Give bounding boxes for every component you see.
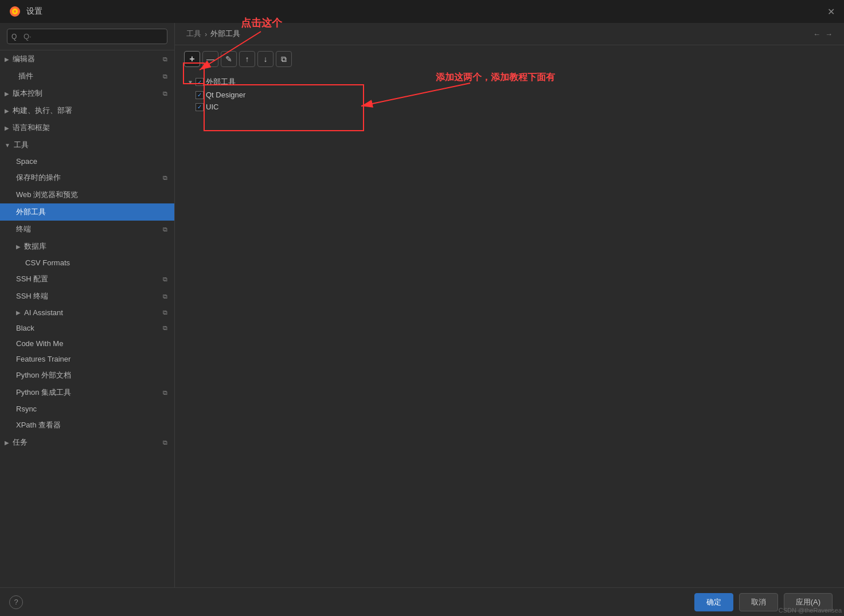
sidebar-item-code-with-me[interactable]: Code With Me — [0, 336, 174, 351]
sidebar-item-tasks[interactable]: 任务 ⧉ — [0, 434, 174, 451]
sidebar-label-vcs: 版本控制 — [13, 88, 42, 99]
sidebar-label-database: 数据库 — [24, 241, 46, 252]
copy-icon: ⧉ — [163, 90, 167, 97]
chevron-right-icon — [5, 56, 9, 62]
chevron-right-icon — [16, 244, 21, 250]
tree-expand-icon: ▼ — [187, 79, 193, 85]
tree-container: ▼ ✓ 外部工具 ✓ Qt Designer ✓ UIC — [175, 73, 844, 587]
chevron-right-icon — [5, 91, 9, 97]
copy-icon: ⧉ — [163, 389, 167, 397]
tree-child-label-uic: UIC — [206, 103, 218, 111]
sidebar-item-xpath-viewer[interactable]: XPath 查看器 — [0, 417, 174, 434]
sidebar-item-terminal[interactable]: 终端 ⧉ — [0, 221, 174, 238]
tree-root-label: 外部工具 — [206, 77, 236, 87]
sidebar-label-python-int-tools: Python 集成工具 — [16, 387, 71, 398]
sidebar-item-ssh-config[interactable]: SSH 配置 ⧉ — [0, 270, 174, 288]
dialog-title: 设置 — [26, 6, 42, 17]
search-icon: Q — [11, 33, 17, 41]
sidebar-item-ssh-terminal[interactable]: SSH 终端 ⧉ — [0, 288, 174, 305]
svg-point-2 — [14, 10, 16, 13]
chevron-right-icon — [5, 440, 9, 446]
breadcrumb-parent[interactable]: 工具 — [186, 29, 201, 39]
tree-root-row[interactable]: ▼ ✓ 外部工具 — [184, 75, 835, 89]
copy-icon: ⧉ — [163, 174, 167, 182]
sidebar-label-features-trainer: Features Trainer — [16, 355, 71, 363]
nav-back-button[interactable]: ← — [813, 30, 820, 38]
copy-icon: ⧉ — [163, 56, 167, 63]
sidebar-label-rsync: Rsync — [16, 405, 37, 413]
sidebar-label-lang: 语言和框架 — [13, 123, 50, 133]
sidebar-item-web-browser[interactable]: Web 浏览器和预览 — [0, 186, 174, 203]
bottom-left: ? — [9, 595, 23, 609]
move-down-button[interactable]: ↓ — [257, 51, 273, 67]
copy-icon: ⧉ — [163, 276, 167, 283]
tree-child-row-qt-designer[interactable]: ✓ Qt Designer — [184, 89, 835, 101]
sidebar-label-tasks: 任务 — [13, 437, 28, 448]
sidebar-item-black[interactable]: Black ⧉ — [0, 320, 174, 336]
sidebar-item-vcs[interactable]: 版本控制 ⧉ — [0, 85, 174, 102]
confirm-button[interactable]: 确定 — [694, 593, 733, 611]
sidebar-item-features-trainer[interactable]: Features Trainer — [0, 351, 174, 367]
tree-child-checkbox-uic[interactable]: ✓ — [196, 103, 204, 111]
tree-root-checkbox[interactable]: ✓ — [196, 78, 204, 86]
cancel-button[interactable]: 取消 — [739, 593, 778, 611]
sidebar-item-space[interactable]: Space — [0, 154, 174, 169]
sidebar-item-python-int-tools[interactable]: Python 集成工具 ⧉ — [0, 384, 174, 401]
sidebar-label-black: Black — [16, 324, 34, 332]
tree-child-label-qt-designer: Qt Designer — [206, 91, 245, 99]
sidebar-label-ssh-config: SSH 配置 — [16, 274, 48, 284]
copy-icon: ⧉ — [163, 309, 167, 316]
nav-forward-button[interactable]: → — [825, 30, 833, 38]
breadcrumb-separator: › — [205, 30, 207, 38]
search-input[interactable] — [7, 29, 167, 44]
watermark: CSDN @theRavensea — [779, 607, 842, 614]
sidebar-item-plugins[interactable]: 插件 ⧉ — [0, 68, 174, 85]
bottom-bar: ? 确定 取消 应用(A) CSDN @theRavensea — [0, 587, 844, 616]
app-logo — [9, 6, 21, 17]
translate-icon: ⧉ — [163, 73, 167, 80]
sidebar-label-save-action: 保存时的操作 — [16, 172, 61, 183]
sidebar-item-ai-assistant[interactable]: AI Assistant ⧉ — [0, 305, 174, 320]
content-area: 工具 › 外部工具 ← → + — ✎ ↑ ↓ ⧉ ▼ ✓ 外部工具 — [175, 23, 844, 587]
sidebar-item-tools[interactable]: 工具 — [0, 136, 174, 154]
sidebar-item-database[interactable]: 数据库 — [0, 238, 174, 255]
copy-icon: ⧉ — [163, 439, 167, 446]
sidebar-label-web-browser: Web 浏览器和预览 — [16, 190, 78, 200]
sidebar-label-xpath-viewer: XPath 查看器 — [16, 420, 61, 430]
copy-icon: ⧉ — [163, 226, 167, 233]
breadcrumb-nav: ← → — [813, 30, 833, 38]
title-bar: 设置 ✕ — [0, 0, 844, 23]
sidebar-item-editor[interactable]: 编辑器 ⧉ — [0, 50, 174, 68]
close-button[interactable]: ✕ — [827, 6, 835, 17]
sidebar-label-code-with-me: Code With Me — [16, 339, 63, 348]
chevron-down-icon — [5, 142, 10, 148]
sidebar-label-ssh-terminal: SSH 终端 — [16, 291, 48, 301]
copy-icon: ⧉ — [163, 293, 167, 300]
sidebar-item-lang[interactable]: 语言和框架 — [0, 119, 174, 136]
sidebar-label-space: Space — [16, 157, 37, 166]
chevron-right-icon — [16, 309, 21, 316]
remove-button[interactable]: — — [202, 51, 218, 67]
copy-button[interactable]: ⧉ — [276, 51, 292, 67]
sidebar-item-python-ext-doc[interactable]: Python 外部文档 — [0, 367, 174, 384]
sidebar: Q 编辑器 ⧉ 插件 ⧉ 版本控制 ⧉ — [0, 23, 175, 587]
sidebar-label-csv-formats: CSV Formats — [25, 258, 70, 267]
sidebar-item-rsync[interactable]: Rsync — [0, 401, 174, 417]
sidebar-item-external-tools[interactable]: 外部工具 — [0, 203, 174, 221]
main-container: Q 编辑器 ⧉ 插件 ⧉ 版本控制 ⧉ — [0, 23, 844, 587]
add-button[interactable]: + — [184, 51, 200, 67]
sidebar-item-csv-formats[interactable]: CSV Formats — [0, 255, 174, 270]
chevron-right-icon — [5, 125, 9, 131]
sidebar-label-plugins: 插件 — [18, 71, 33, 81]
help-button[interactable]: ? — [9, 595, 23, 609]
tree-child-row-uic[interactable]: ✓ UIC — [184, 101, 835, 113]
edit-button[interactable]: ✎ — [221, 51, 237, 67]
sidebar-item-save-action[interactable]: 保存时的操作 ⧉ — [0, 169, 174, 186]
search-bar: Q — [0, 23, 174, 50]
search-wrapper: Q — [7, 29, 167, 44]
toolbar: + — ✎ ↑ ↓ ⧉ — [175, 45, 844, 73]
tree-child-checkbox-qt-designer[interactable]: ✓ — [196, 91, 204, 99]
move-up-button[interactable]: ↑ — [239, 51, 255, 67]
breadcrumb-current: 外部工具 — [210, 29, 240, 39]
sidebar-item-build[interactable]: 构建、执行、部署 — [0, 102, 174, 119]
